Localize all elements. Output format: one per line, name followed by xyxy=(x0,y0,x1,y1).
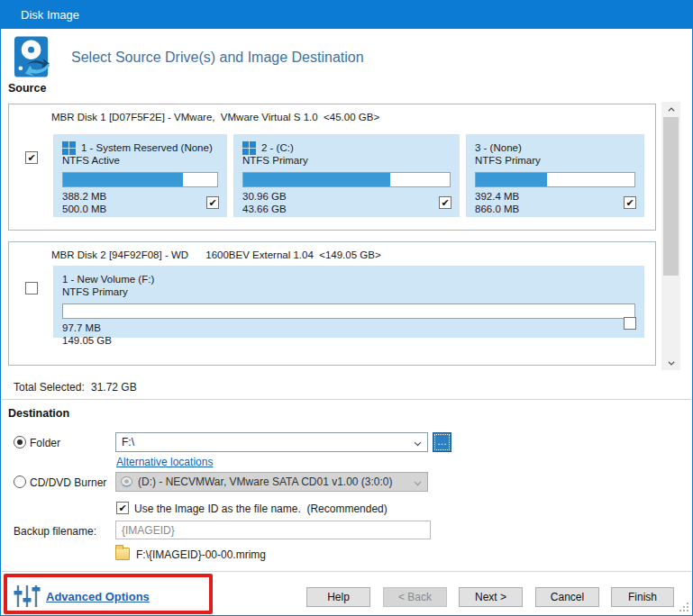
usage-bar-fill xyxy=(243,173,390,186)
windows-logo-icon xyxy=(62,141,76,155)
usage-bar-fill xyxy=(63,173,183,186)
cd-drive-icon xyxy=(120,476,133,488)
source-scrollbar[interactable] xyxy=(661,102,680,370)
full-backup-path: F:\{IMAGEID}-00-00.mrimg xyxy=(136,548,266,561)
disk-image-icon xyxy=(13,35,55,80)
window-title: Disk Image xyxy=(21,1,79,29)
disk-2-label: MBR Disk 2 [94F92F08] - WD 1600BEV Exter… xyxy=(51,249,381,260)
resize-grip[interactable] xyxy=(679,602,688,611)
alternative-locations-link[interactable]: Alternative locations xyxy=(116,456,213,468)
partition-fs: NTFS Primary xyxy=(242,155,451,169)
folder-path-value: F:\ xyxy=(122,436,134,448)
use-image-id-checkbox[interactable]: ✔ xyxy=(116,502,129,514)
check-mark-icon: ✔ xyxy=(118,503,126,513)
partition-fs: NTFS Active xyxy=(62,155,218,169)
backup-filename-input[interactable] xyxy=(115,521,431,539)
partition-title: 3 - (None) xyxy=(475,142,522,153)
partition-2-checkbox[interactable]: ✔ xyxy=(439,196,451,209)
partition-3-checkbox[interactable]: ✔ xyxy=(624,196,636,209)
partition-card-1[interactable]: 1 - System Reserved (None) NTFS Active 3… xyxy=(53,134,227,217)
scroll-down-icon[interactable] xyxy=(661,355,680,370)
chevron-down-icon xyxy=(413,439,423,448)
total-selected-label: Total Selected: xyxy=(14,381,85,394)
partition-f-checkbox[interactable] xyxy=(624,317,636,330)
check-mark-icon: ✔ xyxy=(27,153,35,163)
cd-burner-combobox[interactable]: (D:) - NECVMWar, VMware SATA CD01 v1.00 … xyxy=(115,472,428,492)
folder-path-combobox[interactable]: F:\ xyxy=(115,432,428,452)
usage-bar-fill xyxy=(476,173,547,186)
source-section-label: Source xyxy=(8,82,46,95)
folder-radio[interactable] xyxy=(14,436,26,448)
cd-device-value: (D:) - NECVMWar, VMware SATA CD01 v1.00 … xyxy=(138,476,393,488)
destination-section-label: Destination xyxy=(8,407,69,420)
partition-fs: NTFS Primary xyxy=(62,286,635,301)
folder-radio-label: Folder xyxy=(30,437,60,449)
partition-title: 1 - System Reserved (None) xyxy=(81,142,213,153)
disk-image-dialog: Disk Image Select Source Drive(s) and Im… xyxy=(0,0,693,616)
cd-dvd-radio-label: CD/DVD Burner xyxy=(30,476,106,489)
partition-sizes: 30.96 GB 43.66 GB xyxy=(242,190,451,215)
backup-filename-label: Backup filename: xyxy=(14,525,96,538)
disk-1-label: MBR Disk 1 [D07F5F2E] - VMware, VMware V… xyxy=(51,112,379,122)
use-image-id-label: Use the Image ID as the file name. (Reco… xyxy=(134,503,388,515)
page-title: Select Source Drive(s) and Image Destina… xyxy=(71,50,364,66)
partition-sizes: 392.4 MB 866.0 MB xyxy=(475,190,635,215)
partition-1-checkbox[interactable]: ✔ xyxy=(206,196,219,209)
sliders-icon xyxy=(13,584,41,609)
usage-bar xyxy=(242,172,451,187)
cd-dvd-radio[interactable] xyxy=(14,476,26,488)
check-mark-icon: ✔ xyxy=(208,198,216,208)
partition-sizes: 388.2 MB 500.0 MB xyxy=(62,190,218,215)
total-selected-value: 31.72 GB xyxy=(91,381,137,394)
scroll-up-icon[interactable] xyxy=(661,102,680,117)
partition-card-f[interactable]: 1 - New Volume (F:) NTFS Primary 97.7 MB… xyxy=(53,266,644,338)
separator xyxy=(2,399,691,400)
partition-card-2[interactable]: 2 - (C:) NTFS Primary 30.96 GB 43.66 GB … xyxy=(233,134,460,217)
disk-1-checkbox[interactable]: ✔ xyxy=(25,151,38,164)
check-mark-icon: ✔ xyxy=(625,198,634,208)
partition-sizes: 97.7 MB 149.05 GB xyxy=(62,322,635,347)
usage-bar xyxy=(62,172,218,187)
usage-bar xyxy=(475,172,635,187)
chevron-down-icon xyxy=(413,478,423,488)
scrollbar-thumb[interactable] xyxy=(663,117,679,276)
cancel-button[interactable]: Cancel xyxy=(535,587,599,607)
next-button[interactable]: Next > xyxy=(459,587,523,607)
title-bar: Disk Image xyxy=(1,1,692,29)
windows-logo-icon xyxy=(242,141,256,155)
partition-card-3[interactable]: 3 - (None) NTFS Primary 392.4 MB 866.0 M… xyxy=(466,134,644,217)
advanced-options-link[interactable]: Advanced Options xyxy=(46,590,150,603)
disk-2-checkbox[interactable] xyxy=(25,282,38,294)
separator xyxy=(2,571,691,572)
browse-button[interactable]: … xyxy=(433,432,451,452)
partition-fs: NTFS Primary xyxy=(475,155,635,169)
partition-title: 2 - (C:) xyxy=(261,142,294,153)
help-button[interactable]: Help xyxy=(306,587,370,607)
partition-title: 1 - New Volume (F:) xyxy=(62,274,154,285)
usage-bar xyxy=(62,303,635,319)
disk-2-group: MBR Disk 2 [94F92F08] - WD 1600BEV Exter… xyxy=(8,241,656,366)
disk-1-group: ✔ MBR Disk 1 [D07F5F2E] - VMware, VMware… xyxy=(8,104,656,231)
check-mark-icon: ✔ xyxy=(441,198,449,208)
folder-icon xyxy=(115,548,130,560)
back-button[interactable]: < Back xyxy=(383,587,447,607)
finish-button[interactable]: Finish xyxy=(611,587,674,607)
